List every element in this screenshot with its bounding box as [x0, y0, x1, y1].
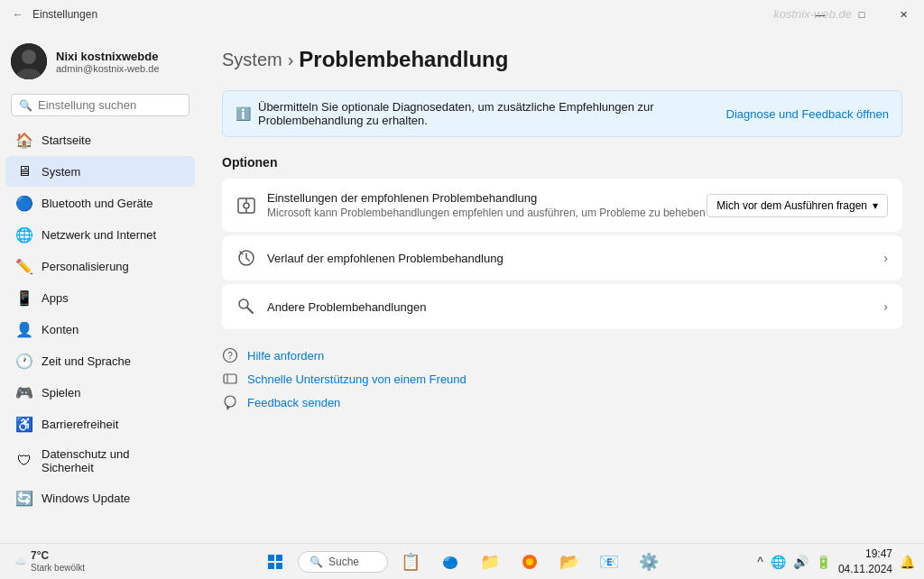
- nav-icon-windows-update: 🔄: [16, 490, 32, 506]
- taskbar-search[interactable]: 🔍 Suche: [298, 551, 388, 573]
- close-button[interactable]: ✕: [882, 0, 924, 29]
- svg-point-21: [526, 558, 533, 565]
- notification-icon[interactable]: 🔔: [898, 553, 917, 571]
- nav-icon-bluetooth: 🔵: [16, 195, 32, 211]
- nav-label-spielen: Spielen: [42, 386, 80, 400]
- user-info: Nixi kostnixwebde admin@kostnix-web.de: [56, 50, 160, 74]
- link-text-feedback: Feedback senden: [247, 396, 340, 409]
- nav-list: 🏠 Startseite 🖥 System 🔵 Bluetooth und Ge…: [0, 124, 200, 514]
- nav-label-barrierefreiheit: Barrierefreiheit: [42, 418, 118, 431]
- chevron-right-icon-history: ›: [883, 251, 888, 265]
- option-text-recommended: Einstellungen der empfohlenen Problembeh…: [267, 191, 706, 219]
- info-banner-left: ℹ️ Übermitteln Sie optionale Diagnosedat…: [236, 100, 726, 127]
- nav-label-system: System: [42, 165, 80, 179]
- option-left-other: Andere Problembehandlungen: [236, 297, 426, 317]
- app-container: Nixi kostnixwebde admin@kostnix-web.de 🔍…: [0, 29, 924, 543]
- recommended-dropdown[interactable]: Mich vor dem Ausführen fragen ▾: [707, 194, 888, 217]
- sidebar-item-bluetooth[interactable]: 🔵 Bluetooth und Geräte: [5, 188, 195, 218]
- start-button[interactable]: [258, 545, 292, 579]
- battery-tray-icon[interactable]: 🔋: [814, 553, 833, 571]
- nav-label-windows-update: Windows Update: [42, 492, 130, 505]
- chevron-tray-icon[interactable]: ^: [755, 553, 765, 571]
- svg-rect-15: [268, 555, 274, 561]
- nav-icon-spielen: 🎮: [16, 384, 32, 400]
- history-icon: [236, 248, 256, 268]
- svg-rect-17: [268, 563, 274, 569]
- minimize-button[interactable]: —: [799, 0, 841, 29]
- edge-button[interactable]: [433, 545, 467, 579]
- sidebar-item-personalisierung[interactable]: ✏️ Personalisierung: [5, 251, 195, 281]
- option-card-recommended: Einstellungen der empfohlenen Problembeh…: [222, 179, 902, 232]
- search-input[interactable]: [38, 98, 181, 112]
- sidebar-item-konten[interactable]: 👤 Konten: [5, 314, 195, 345]
- avatar-image: [11, 43, 47, 79]
- nav-label-apps: Apps: [42, 291, 69, 305]
- page-title: Problembehandlung: [299, 47, 508, 72]
- option-desc-recommended: Microsoft kann Problembehandlungen empfe…: [267, 207, 706, 219]
- svg-line-9: [247, 308, 253, 313]
- nav-label-bluetooth: Bluetooth und Geräte: [42, 197, 153, 210]
- sidebar-item-windows-update[interactable]: 🔄 Windows Update: [5, 482, 195, 513]
- settings-taskbar-button[interactable]: ⚙️: [632, 545, 666, 579]
- option-title-other: Andere Problembehandlungen: [267, 300, 426, 314]
- diagnose-link[interactable]: Diagnose und Feedback öffnen: [726, 107, 889, 121]
- weather-icon: ☁️: [14, 556, 27, 567]
- nav-label-datenschutz: Datenschutz und Sicherheit: [42, 447, 184, 474]
- user-section: Nixi kostnixwebde admin@kostnix-web.de: [0, 36, 200, 94]
- clock-date: 04.11.2024: [838, 562, 892, 577]
- sidebar-item-apps[interactable]: 📱 Apps: [5, 282, 195, 313]
- file-manager-button[interactable]: 📂: [552, 545, 587, 579]
- option-item-history[interactable]: Verlauf der empfohlenen Problembehandlun…: [222, 235, 902, 280]
- nav-icon-konten: 👤: [16, 321, 32, 337]
- option-left-history: Verlauf der empfohlenen Problembehandlun…: [236, 248, 504, 268]
- nav-icon-netzwerk: 🌐: [16, 226, 32, 243]
- sidebar-item-startseite[interactable]: 🏠 Startseite: [5, 124, 195, 155]
- link-text-unterstuetzung: Schnelle Unterstützung von einem Freund: [247, 372, 467, 386]
- taskbar-right: ^ 🌐 🔊 🔋 19:47 04.11.2024 🔔: [755, 547, 917, 577]
- sidebar-item-system[interactable]: 🖥 System: [5, 156, 195, 187]
- search-taskbar-label: Suche: [328, 556, 359, 568]
- nav-label-personalisierung: Personalisierung: [42, 260, 129, 273]
- option-item-recommended[interactable]: Einstellungen der empfohlenen Problembeh…: [222, 179, 902, 232]
- info-icon: ℹ️: [236, 106, 251, 121]
- weather-temp: 7°C: [31, 549, 85, 562]
- files-button[interactable]: 📁: [473, 545, 507, 579]
- link-item-unterstuetzung[interactable]: Schnelle Unterstützung von einem Freund: [222, 371, 902, 387]
- title-bar: ← Einstellungen kostnix-web.de — □ ✕: [0, 0, 924, 29]
- nav-label-konten: Konten: [42, 323, 79, 336]
- chevron-right-icon-other: ›: [883, 299, 888, 314]
- link-item-hilfe[interactable]: ? Hilfe anfordern: [222, 347, 902, 363]
- link-item-feedback[interactable]: Feedback senden: [222, 394, 902, 410]
- nav-icon-datenschutz: 🛡: [16, 453, 32, 469]
- nav-icon-zeit: 🕐: [16, 353, 32, 369]
- sidebar-item-barrierefreiheit[interactable]: ♿ Barrierefreiheit: [5, 409, 195, 439]
- nav-icon-apps: 📱: [16, 290, 32, 306]
- link-text-hilfe: Hilfe anfordern: [247, 349, 324, 363]
- nav-icon-personalisierung: ✏️: [16, 258, 32, 274]
- feedback-icon: [222, 394, 238, 410]
- network-tray-icon[interactable]: 🌐: [769, 553, 788, 571]
- user-name: Nixi kostnixwebde: [56, 50, 160, 63]
- taskview-button[interactable]: 📋: [393, 545, 428, 579]
- volume-tray-icon[interactable]: 🔊: [791, 553, 810, 571]
- sidebar-item-spielen[interactable]: 🎮 Spielen: [5, 377, 195, 408]
- outlook-button[interactable]: 📧: [592, 545, 626, 579]
- search-box[interactable]: 🔍: [11, 94, 189, 116]
- sidebar-item-datenschutz[interactable]: 🛡 Datenschutz und Sicherheit: [5, 440, 195, 482]
- nav-icon-startseite: 🏠: [16, 132, 32, 148]
- svg-rect-12: [224, 374, 236, 383]
- avatar: [11, 43, 47, 79]
- back-button[interactable]: ←: [11, 7, 25, 22]
- taskbar-center: 🔍 Suche 📋 📁 📂 📧 ⚙️: [258, 545, 666, 579]
- info-banner: ℹ️ Übermitteln Sie optionale Diagnosedat…: [222, 90, 902, 137]
- window-controls: — □ ✕: [799, 0, 924, 29]
- firefox-button[interactable]: [513, 545, 547, 579]
- option-item-other[interactable]: Andere Problembehandlungen ›: [222, 284, 902, 329]
- dropdown-label: Mich vor dem Ausführen fragen: [716, 199, 867, 212]
- maximize-button[interactable]: □: [841, 0, 882, 29]
- weather-condition: Stark bewölkt: [31, 563, 85, 574]
- sidebar-item-zeit[interactable]: 🕐 Zeit und Sprache: [5, 345, 195, 376]
- title-bar-left: ← Einstellungen: [11, 7, 97, 22]
- sidebar-item-netzwerk[interactable]: 🌐 Netzwerk und Internet: [5, 219, 195, 250]
- clock[interactable]: 19:47 04.11.2024: [838, 547, 892, 577]
